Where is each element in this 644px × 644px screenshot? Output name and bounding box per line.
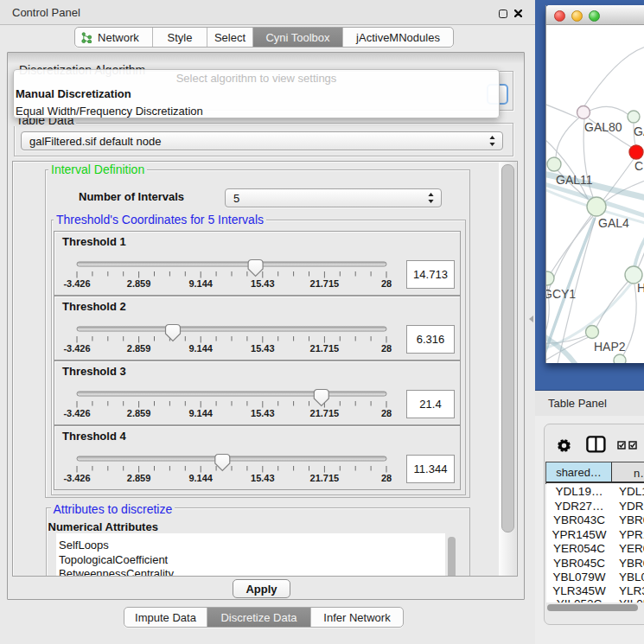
- svg-text:15.43: 15.43: [251, 278, 275, 289]
- svg-text:21.715: 21.715: [310, 343, 340, 354]
- svg-text:2.859: 2.859: [127, 408, 151, 418]
- svg-text:21.715: 21.715: [310, 408, 340, 418]
- svg-text:-3.426: -3.426: [63, 343, 90, 354]
- svg-text:9.144: 9.144: [188, 473, 213, 483]
- svg-text:2.859: 2.859: [127, 473, 151, 483]
- svg-text:H: H: [637, 281, 644, 295]
- svg-text:GA: GA: [634, 124, 644, 138]
- svg-text:28: 28: [381, 408, 392, 418]
- svg-text:9.144: 9.144: [188, 278, 213, 289]
- svg-text:15.43: 15.43: [251, 408, 275, 418]
- svg-text:-3.426: -3.426: [63, 473, 90, 483]
- svg-text:28: 28: [381, 278, 392, 289]
- svg-text:GAL4: GAL4: [598, 216, 629, 230]
- svg-text:9.144: 9.144: [188, 343, 213, 354]
- svg-text:2.859: 2.859: [127, 343, 151, 354]
- svg-text:C: C: [634, 159, 643, 173]
- svg-text:-3.426: -3.426: [63, 278, 90, 289]
- svg-text:HAP2: HAP2: [594, 340, 626, 354]
- svg-text:15.43: 15.43: [251, 343, 275, 354]
- svg-text:9.144: 9.144: [188, 408, 213, 418]
- svg-text:28: 28: [381, 343, 392, 354]
- svg-text:GCY1: GCY1: [545, 287, 576, 301]
- svg-text:21.715: 21.715: [310, 278, 340, 289]
- svg-text:15.43: 15.43: [251, 473, 275, 483]
- svg-text:GAL80: GAL80: [584, 120, 622, 134]
- svg-text:21.715: 21.715: [310, 473, 340, 483]
- svg-text:GAL11: GAL11: [556, 173, 593, 187]
- svg-text:2.859: 2.859: [127, 278, 151, 289]
- svg-text:-3.426: -3.426: [63, 408, 90, 418]
- svg-text:28: 28: [381, 473, 392, 483]
